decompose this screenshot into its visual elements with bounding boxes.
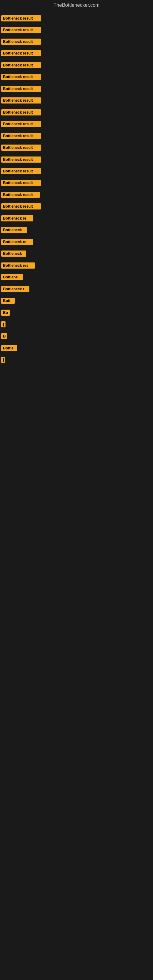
bottleneck-result-item[interactable]: Bottleneck result <box>1 62 41 68</box>
bottleneck-result-item[interactable]: Bottleneck result <box>1 38 41 45</box>
bottleneck-result-item[interactable]: Bottle <box>1 345 17 351</box>
bottleneck-result-item[interactable]: Bottleneck result <box>1 133 41 139</box>
bottleneck-result-item[interactable]: Bo <box>1 310 10 316</box>
bottleneck-result-item[interactable]: Bottleneck result <box>1 15 41 21</box>
bottleneck-result-item[interactable]: Bottlene <box>1 274 23 280</box>
bottleneck-result-item[interactable]: Bottleneck result <box>1 168 41 174</box>
bottleneck-result-item[interactable]: Bottleneck r <box>1 286 29 292</box>
bottleneck-result-item[interactable]: Bottleneck result <box>1 204 41 210</box>
bottleneck-result-item[interactable]: Bottleneck result <box>1 109 41 115</box>
site-title: TheBottlenecker.com <box>0 0 153 9</box>
bottleneck-result-item[interactable]: Bottleneck result <box>1 180 41 186</box>
bottleneck-result-item[interactable]: Bottleneck result <box>1 27 41 33</box>
bottleneck-result-item[interactable]: Bottleneck result <box>1 192 40 198</box>
bottleneck-result-item[interactable]: Bottleneck result <box>1 86 41 92</box>
bottleneck-result-item[interactable]: Bottleneck res <box>1 262 35 269</box>
bottleneck-result-item[interactable]: | <box>1 321 5 328</box>
bottleneck-result-item[interactable]: B <box>1 333 7 339</box>
bottleneck-result-item[interactable]: Bottleneck <box>1 250 26 257</box>
bottleneck-result-item[interactable]: Bottleneck re <box>1 239 33 245</box>
bottleneck-result-item[interactable]: | <box>1 357 5 363</box>
bottleneck-result-item[interactable]: Bottleneck result <box>1 97 41 103</box>
bottleneck-result-item[interactable]: Bottleneck result <box>1 74 41 80</box>
bottleneck-result-item[interactable]: Bottleneck result <box>1 121 41 127</box>
bottleneck-result-item[interactable]: Bottleneck result <box>1 50 41 56</box>
bottleneck-result-item[interactable]: Bottleneck re <box>1 215 33 221</box>
bottleneck-result-item[interactable]: Bottleneck <box>1 227 27 233</box>
bottleneck-result-item[interactable]: Bottleneck result <box>1 156 41 162</box>
bottleneck-result-item[interactable]: Bottleneck result <box>1 145 41 151</box>
bottleneck-result-item[interactable]: Bott <box>1 298 15 304</box>
